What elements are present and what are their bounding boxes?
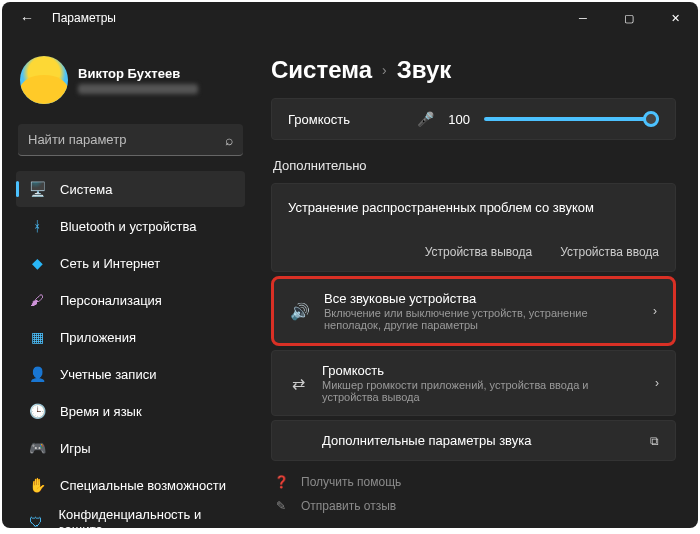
sidebar: Виктор Бухтеев ⌕ 🖥️СистемаᚼBluetooth и у… [2,34,257,528]
user-name: Виктор Бухтеев [78,66,198,81]
breadcrumb-current: Звук [397,56,452,84]
nav-label: Игры [60,441,91,456]
sidebar-item-3[interactable]: 🖌Персонализация [16,282,245,318]
row-title: Дополнительные параметры звука [322,433,636,448]
settings-row-2[interactable]: Дополнительные параметры звука⧉ [271,420,676,461]
nav-label: Специальные возможности [60,478,226,493]
nav-icon: 🕒 [28,402,46,420]
sidebar-item-2[interactable]: ◆Сеть и Интернет [16,245,245,281]
row-icon: 🔊 [290,302,310,321]
footer-icon: ❓ [273,475,289,489]
window-controls: ─ ▢ ✕ [560,2,698,34]
nav-label: Персонализация [60,293,162,308]
nav-icon: 🖌 [28,291,46,309]
footer-label: Отправить отзыв [301,499,396,513]
nav-icon: 🛡 [28,513,44,528]
nav-label: Приложения [60,330,136,345]
troubleshoot-card: Устранение распространенных проблем со з… [271,183,676,272]
sidebar-item-8[interactable]: ✋Специальные возможности [16,467,245,503]
chevron-right-icon: ⧉ [650,434,659,448]
nav-label: Конфиденциальность и защита [58,507,233,528]
footer-link-1[interactable]: ✎Отправить отзыв [273,499,676,513]
row-title: Громкость [322,363,641,378]
breadcrumb-parent[interactable]: Система [271,56,372,84]
troubleshoot-title: Устранение распространенных проблем со з… [288,200,659,215]
user-email-redacted [78,84,198,94]
output-devices-button[interactable]: Устройства вывода [425,245,532,259]
settings-row-1[interactable]: ⇄ГромкостьМикшер громкости приложений, у… [271,350,676,416]
chevron-right-icon: › [655,376,659,390]
footer-icon: ✎ [273,499,289,513]
volume-card: Громкость 🎤 100 [271,98,676,140]
settings-row-0[interactable]: 🔊Все звуковые устройстваВключение или вы… [271,276,676,346]
row-icon: ⇄ [288,374,308,393]
close-button[interactable]: ✕ [652,2,698,34]
slider-thumb[interactable] [643,111,659,127]
search-input[interactable] [28,132,225,147]
nav-label: Сеть и Интернет [60,256,160,271]
row-subtitle: Микшер громкости приложений, устройства … [322,379,641,403]
volume-value: 100 [448,112,470,127]
sidebar-item-5[interactable]: 👤Учетные записи [16,356,245,392]
search-icon: ⌕ [225,132,233,148]
window-title: Параметры [52,11,116,25]
nav-icon: ✋ [28,476,46,494]
row-subtitle: Включение или выключение устройств, устр… [324,307,639,331]
back-button[interactable]: ← [20,10,34,26]
volume-slider[interactable] [484,117,659,121]
nav-list: 🖥️СистемаᚼBluetooth и устройства◆Сеть и … [10,170,251,528]
nav-label: Bluetooth и устройства [60,219,196,234]
row-title: Все звуковые устройства [324,291,639,306]
nav-label: Система [60,182,112,197]
sidebar-item-4[interactable]: ▦Приложения [16,319,245,355]
search-box[interactable]: ⌕ [18,124,243,156]
microphone-icon[interactable]: 🎤 [417,111,434,127]
section-header-more: Дополнительно [273,158,676,173]
main-content: Система › Звук Громкость 🎤 100 Дополните… [257,34,698,528]
sidebar-item-7[interactable]: 🎮Игры [16,430,245,466]
sidebar-item-0[interactable]: 🖥️Система [16,171,245,207]
nav-label: Учетные записи [60,367,156,382]
volume-label: Громкость [288,112,350,127]
nav-label: Время и язык [60,404,142,419]
nav-icon: ▦ [28,328,46,346]
maximize-button[interactable]: ▢ [606,2,652,34]
footer-links: ❓Получить помощь✎Отправить отзыв [271,475,676,513]
chevron-right-icon: › [382,62,387,78]
nav-icon: ᚼ [28,217,46,235]
settings-window: ← Параметры ─ ▢ ✕ Виктор Бухтеев ⌕ 🖥️Сис… [2,2,698,528]
sidebar-item-1[interactable]: ᚼBluetooth и устройства [16,208,245,244]
user-profile[interactable]: Виктор Бухтеев [10,42,251,114]
input-devices-button[interactable]: Устройства ввода [560,245,659,259]
avatar [20,56,68,104]
nav-icon: 🖥️ [28,180,46,198]
footer-label: Получить помощь [301,475,401,489]
minimize-button[interactable]: ─ [560,2,606,34]
nav-icon: 👤 [28,365,46,383]
nav-icon: 🎮 [28,439,46,457]
chevron-right-icon: › [653,304,657,318]
nav-icon: ◆ [28,254,46,272]
breadcrumb: Система › Звук [271,56,676,84]
sidebar-item-6[interactable]: 🕒Время и язык [16,393,245,429]
sidebar-item-9[interactable]: 🛡Конфиденциальность и защита [16,504,245,528]
footer-link-0[interactable]: ❓Получить помощь [273,475,676,489]
